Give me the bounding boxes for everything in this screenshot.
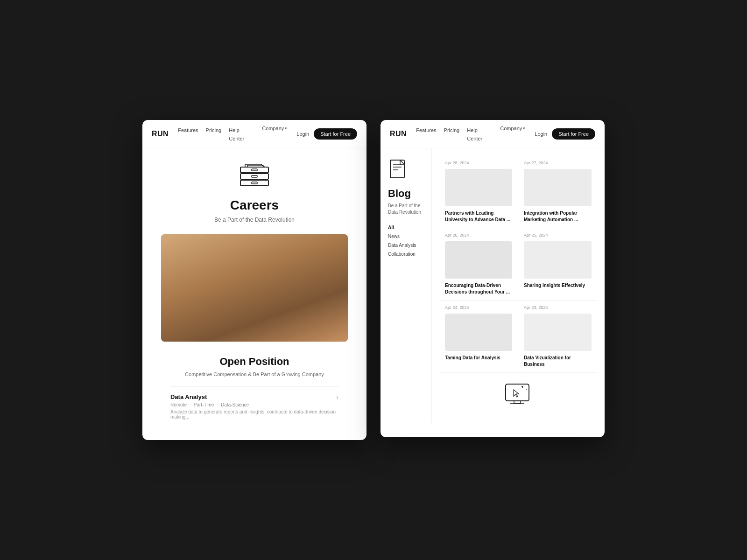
careers-hero-image (161, 234, 348, 342)
svg-rect-4 (252, 175, 257, 177)
blog-logo: RUN (390, 130, 407, 138)
blog-nav-actions: Login Start for Free (535, 128, 595, 140)
blog-nav-links: Features Pricing Help Center Company ▾ (416, 126, 525, 142)
blog-title: Blog (388, 188, 424, 200)
blog-nav: RUN Features Pricing Help Center Company… (381, 120, 605, 148)
company-chevron-icon: ▾ (285, 126, 287, 131)
careers-nav-links: Features Pricing Help Center Company ▾ (178, 126, 287, 142)
svg-point-18 (286, 259, 307, 280)
svg-rect-7 (161, 234, 348, 309)
open-position-section: Open Position Competitive Compensation &… (161, 356, 348, 426)
blog-screen: RUN Features Pricing Help Center Company… (381, 120, 605, 437)
open-position-subtitle: Competitive Compensation & Be Part of a … (170, 371, 338, 377)
category-news[interactable]: News (388, 234, 424, 239)
blog-card-title-1: Partners with Leading University to Adva… (445, 210, 512, 223)
svg-rect-6 (161, 234, 348, 342)
blog-description: Be a Part of the Data Revolution (388, 203, 424, 216)
blog-start-button[interactable]: Start for Free (552, 128, 595, 140)
careers-screen: RUN Features Pricing Help Center Company… (142, 120, 366, 440)
nav-pricing[interactable]: Pricing (206, 126, 222, 142)
svg-rect-13 (308, 276, 313, 283)
nav-help-center[interactable]: Help Center (229, 126, 254, 142)
blog-nav-pricing[interactable]: Pricing (444, 126, 460, 142)
job-details: Data Analyst Remote · Part-Time · Data-S… (170, 393, 336, 420)
blog-card-title-5: Taming Data for Analysis (445, 355, 512, 361)
svg-rect-8 (282, 262, 320, 309)
blog-login-button[interactable]: Login (535, 131, 547, 137)
job-item[interactable]: Data Analyst Remote · Part-Time · Data-S… (170, 386, 338, 426)
svg-rect-23 (390, 160, 404, 178)
svg-rect-15 (191, 285, 224, 322)
blog-card-title-4: Sharing Insights Effectively (524, 282, 592, 289)
careers-content: Careers Be a Part of the Data Revolution (142, 148, 366, 440)
blog-date-5: Apr 24, 2024 (445, 305, 512, 310)
blog-card-title-6: Data Vizualization for Business (524, 355, 592, 368)
careers-title: Careers (161, 198, 348, 213)
blog-icon (388, 158, 407, 181)
job-tags: Remote · Part-Time · Data-Science (170, 402, 336, 407)
blog-date-6: Apr 23, 2024 (524, 305, 592, 310)
blog-grid: Apr 28, 2024 Partners with Leading Unive… (439, 156, 597, 373)
screens-container: RUN Features Pricing Help Center Company… (142, 120, 605, 440)
category-data-analysis[interactable]: Data Analysis (388, 243, 424, 248)
nav-features[interactable]: Features (178, 126, 198, 142)
blog-nav-company[interactable]: Company ▾ (500, 126, 525, 142)
svg-rect-10 (282, 272, 320, 275)
blog-date-4: Apr 25, 2024 (524, 233, 592, 238)
svg-rect-5 (252, 182, 257, 184)
blog-nav-features[interactable]: Features (416, 126, 436, 142)
blog-sidebar: Blog Be a Part of the Data Revolution Al… (381, 148, 432, 423)
svg-rect-21 (308, 282, 341, 324)
blog-categories: All News Data Analysis Collaboration (388, 225, 424, 257)
svg-rect-0 (240, 167, 268, 173)
svg-point-14 (197, 264, 218, 284)
blog-company-chevron-icon: ▾ (523, 126, 525, 131)
careers-start-button[interactable]: Start for Free (314, 128, 357, 140)
blog-date-2: Apr 27, 2024 (524, 161, 592, 165)
careers-icon (236, 162, 273, 190)
blog-date-1: Apr 28, 2024 (445, 161, 512, 165)
svg-rect-19 (280, 280, 313, 320)
nav-company[interactable]: Company ▾ (262, 126, 287, 142)
blog-card-title-2: Integration with Popular Marketing Autom… (524, 210, 592, 223)
svg-rect-9 (282, 262, 320, 266)
job-title: Data Analyst (170, 393, 336, 400)
blog-card-1[interactable]: Apr 28, 2024 Partners with Leading Unive… (439, 156, 518, 228)
blog-card-image-1 (445, 169, 512, 206)
job-description: Analyze data to generate reports and ins… (170, 409, 336, 420)
blog-date-3: Apr 26, 2024 (445, 233, 512, 238)
blog-cta-icon (502, 380, 535, 408)
blog-card-6[interactable]: Apr 23, 2024 Data Vizualization for Busi… (518, 301, 597, 373)
category-all[interactable]: All (388, 225, 424, 230)
careers-nav: RUN Features Pricing Help Center Company… (142, 120, 366, 148)
blog-layout: Blog Be a Part of the Data Revolution Al… (381, 148, 605, 423)
svg-rect-3 (252, 169, 257, 171)
svg-point-20 (315, 263, 334, 282)
careers-login-button[interactable]: Login (296, 131, 309, 137)
blog-main: Apr 28, 2024 Partners with Leading Unive… (432, 148, 605, 423)
svg-point-12 (301, 255, 320, 279)
blog-card-4[interactable]: Apr 25, 2024 Sharing Insights Effectivel… (518, 228, 597, 301)
svg-rect-22 (161, 325, 348, 342)
blog-nav-help[interactable]: Help Center (467, 126, 493, 142)
blog-card-image-5 (445, 314, 512, 351)
careers-subtitle: Be a Part of the Data Revolution (161, 217, 348, 223)
svg-rect-2 (240, 180, 268, 186)
blog-card-image-4 (524, 241, 592, 279)
open-position-title: Open Position (170, 356, 338, 368)
blog-card-image-6 (524, 314, 592, 351)
blog-card-image-2 (524, 169, 592, 206)
blog-card-3[interactable]: Apr 26, 2024 Encouraging Data-Driven Dec… (439, 228, 518, 301)
svg-point-16 (245, 262, 264, 281)
job-expand-icon[interactable]: › (336, 393, 338, 401)
category-collaboration[interactable]: Collaboration (388, 252, 424, 257)
careers-logo: RUN (152, 130, 169, 138)
svg-rect-17 (238, 281, 271, 323)
careers-nav-actions: Login Start for Free (296, 128, 357, 140)
svg-rect-1 (240, 174, 268, 179)
blog-cta-section (439, 373, 597, 416)
blog-card-5[interactable]: Apr 24, 2024 Taming Data for Analysis (439, 301, 518, 373)
blog-card-image-3 (445, 241, 512, 279)
blog-card-2[interactable]: Apr 27, 2024 Integration with Popular Ma… (518, 156, 597, 228)
blog-card-title-3: Encouraging Data-Driven Decisions throug… (445, 282, 512, 295)
